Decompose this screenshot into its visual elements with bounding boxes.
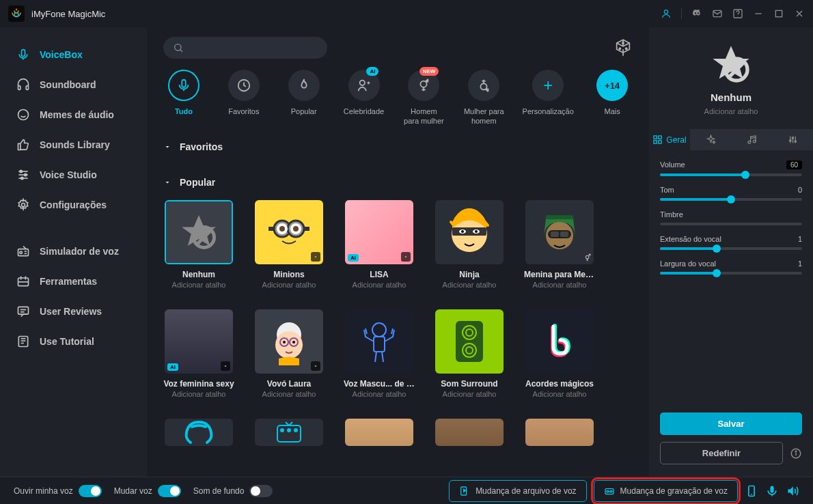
slider-extensao[interactable]: Extensão do vocal1	[660, 235, 802, 250]
svg-point-73	[292, 341, 295, 344]
voice-card-menina[interactable]: ⚥ Menina para Menino Adicionar atalho	[524, 200, 595, 289]
search-input[interactable]	[163, 37, 327, 59]
voice-card-magic[interactable]: Acordes mágicos Adicionar atalho	[524, 309, 595, 398]
help-icon[interactable]	[732, 8, 743, 19]
svg-point-102	[795, 141, 797, 143]
bottom-bar: Ouvir minha voz Mudar voz Som de fundo M…	[0, 477, 813, 504]
sidebar-item-library[interactable]: Sounds Library	[0, 130, 147, 160]
category-favoritos[interactable]: Favoritos	[223, 70, 264, 116]
sidebar-item-soundboard[interactable]: Soundboard	[0, 70, 147, 100]
reset-button[interactable]: Redefinir	[660, 442, 783, 464]
toggle-label: Som de fundo	[193, 486, 245, 496]
svg-point-72	[283, 341, 286, 344]
sidebar-item-studio[interactable]: Voice Studio	[0, 160, 147, 190]
voice-card-sexy[interactable]: AI Voz feminina sexy Adicionar atalho	[163, 309, 234, 398]
headphones-icon	[16, 78, 30, 92]
voice-card-vovo[interactable]: Vovó Laura Adicionar atalho	[253, 309, 325, 398]
maximize-icon[interactable]	[773, 8, 784, 19]
svg-point-101	[792, 137, 794, 139]
mic-icon[interactable]	[765, 484, 779, 498]
mic-icon	[176, 78, 191, 93]
voice-scroll-area[interactable]: Favoritos Popular Nenhum Adicionar atalh…	[147, 137, 649, 477]
voice-card-nenhum[interactable]: Nenhum Adicionar atalho	[163, 200, 234, 289]
preview-shortcut[interactable]: Adicionar atalho	[704, 107, 758, 115]
voice-card-partial[interactable]	[434, 419, 505, 446]
svg-rect-65	[551, 232, 559, 237]
voice-card-partial[interactable]	[344, 419, 415, 446]
svg-point-39	[622, 42, 624, 44]
speaker-icon[interactable]	[786, 484, 799, 498]
sidebar-item-tutorial[interactable]: Use Tutorial	[0, 326, 147, 356]
svg-point-100	[789, 140, 791, 142]
sidebar: VoiceBox Soundboard Memes de áudio Sound…	[0, 27, 147, 477]
svg-point-60	[475, 230, 478, 233]
svg-point-42	[359, 81, 364, 85]
section-popular[interactable]: Popular	[163, 173, 633, 192]
category-popular[interactable]: Popular	[284, 70, 325, 116]
gender-badge: ⚥	[585, 254, 591, 262]
svg-point-84	[281, 429, 284, 432]
slider-volume[interactable]: Volume60	[660, 160, 802, 176]
fire-icon	[297, 78, 312, 93]
download-icon	[311, 252, 320, 262]
minimize-icon[interactable]	[753, 8, 764, 19]
svg-point-86	[294, 429, 297, 432]
account-icon[interactable]	[661, 8, 672, 19]
voice-card-partial[interactable]	[524, 419, 595, 446]
voice-card-partial[interactable]	[163, 419, 234, 446]
tab-effects[interactable]	[690, 129, 731, 150]
sidebar-item-simulator[interactable]: Simulador de voz	[0, 236, 147, 266]
category-personalizacao[interactable]: + Personalização	[523, 70, 573, 116]
mail-icon[interactable]	[712, 8, 723, 19]
voice-card-lisa[interactable]: AI LISA Adicionar atalho	[344, 200, 415, 289]
category-tudo[interactable]: Tudo	[163, 70, 204, 116]
voice-card-surround[interactable]: Som Surround Adicionar atalho	[434, 309, 505, 398]
sliders-icon	[16, 168, 30, 182]
record-voice-change-button[interactable]: Mudança de gravação de voz	[594, 480, 738, 502]
gender-icon	[476, 78, 491, 93]
category-celebridade[interactable]: AI Celebridade	[344, 70, 385, 116]
tab-geral[interactable]: Geral	[649, 129, 690, 150]
music-icon	[747, 135, 757, 145]
close-icon[interactable]	[794, 8, 805, 19]
save-button[interactable]: Salvar	[660, 412, 802, 435]
toggle-fundo[interactable]	[249, 485, 273, 497]
svg-point-51	[279, 226, 285, 232]
svg-point-74	[372, 323, 386, 337]
section-favoritos[interactable]: Favoritos	[163, 137, 633, 156]
category-mulher-homem[interactable]: Mulher para homem	[463, 70, 504, 126]
discord-icon[interactable]	[691, 8, 702, 19]
sidebar-item-settings[interactable]: Configurações	[0, 190, 147, 220]
sidebar-label: Use Tutorial	[40, 336, 94, 347]
slider-largura[interactable]: Largura do vocal1	[660, 260, 802, 275]
category-mais[interactable]: +14 Mais	[592, 70, 633, 116]
sidebar-item-reviews[interactable]: User Reviews	[0, 296, 147, 326]
sidebar-item-voicebox[interactable]: VoiceBox	[0, 40, 147, 70]
chevron-down-icon	[163, 143, 171, 151]
app-title: iMyFone MagicMic	[31, 9, 105, 19]
slider-timbre[interactable]: Timbre	[660, 210, 802, 225]
tab-music[interactable]	[731, 129, 772, 150]
sidebar-label: User Reviews	[40, 306, 102, 317]
download-icon	[221, 361, 230, 371]
ai-badge: AI	[348, 254, 359, 262]
category-homem-mulher[interactable]: NEW Homem para mulher	[403, 70, 444, 126]
voice-card-partial[interactable]	[253, 419, 325, 446]
phone-icon[interactable]	[745, 484, 758, 498]
svg-rect-56	[452, 227, 486, 236]
right-panel: Nenhum Adicionar atalho Geral Volume60 T…	[649, 27, 813, 477]
sidebar-item-tools[interactable]: Ferramentas	[0, 266, 147, 296]
voice-card-minions[interactable]: Minions Adicionar atalho	[253, 200, 325, 289]
svg-rect-62	[546, 215, 573, 219]
random-dice-icon[interactable]	[614, 38, 633, 57]
toggle-mudar[interactable]	[158, 485, 181, 497]
tab-equalizer[interactable]	[772, 129, 813, 150]
mic-icon	[16, 48, 30, 61]
file-voice-change-button[interactable]: Mudança de arquivo de voz	[449, 480, 586, 502]
voice-card-ninja[interactable]: Ninja Adicionar atalho	[434, 200, 505, 289]
sidebar-item-memes[interactable]: Memes de áudio	[0, 100, 147, 130]
toggle-ouvir[interactable]	[79, 485, 102, 497]
slider-tom[interactable]: Tom0	[660, 186, 802, 201]
info-icon[interactable]	[790, 447, 802, 460]
voice-card-metal[interactable]: Voz Mascu... de Metal Adicionar atalho	[344, 309, 415, 398]
